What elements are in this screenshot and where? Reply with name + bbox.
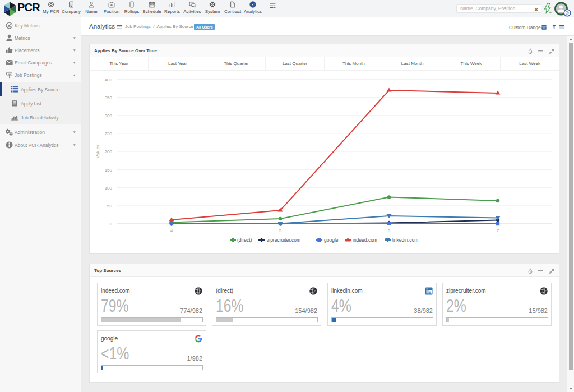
svg-text:google: google [324, 237, 339, 243]
svg-text:100: 100 [105, 186, 113, 191]
svg-text:linkedin.com: linkedin.com [392, 237, 418, 243]
svg-text:250: 250 [105, 131, 113, 136]
svg-text:50: 50 [107, 204, 112, 209]
svg-text:4: 4 [170, 228, 173, 233]
svg-text:(direct): (direct) [237, 237, 252, 243]
svg-text:0: 0 [110, 222, 113, 227]
svg-text:ziprecruiter.com: ziprecruiter.com [267, 237, 300, 243]
svg-text:300: 300 [105, 113, 113, 118]
svg-text:indeed.com: indeed.com [353, 237, 377, 243]
svg-text:6: 6 [388, 228, 391, 233]
svg-text:400: 400 [105, 77, 113, 82]
svg-text:200: 200 [105, 149, 113, 154]
svg-text:5: 5 [279, 228, 282, 233]
svg-text:Values: Values [95, 145, 100, 158]
svg-text:7: 7 [497, 228, 499, 233]
svg-text:150: 150 [105, 168, 113, 173]
svg-text:350: 350 [105, 95, 113, 100]
